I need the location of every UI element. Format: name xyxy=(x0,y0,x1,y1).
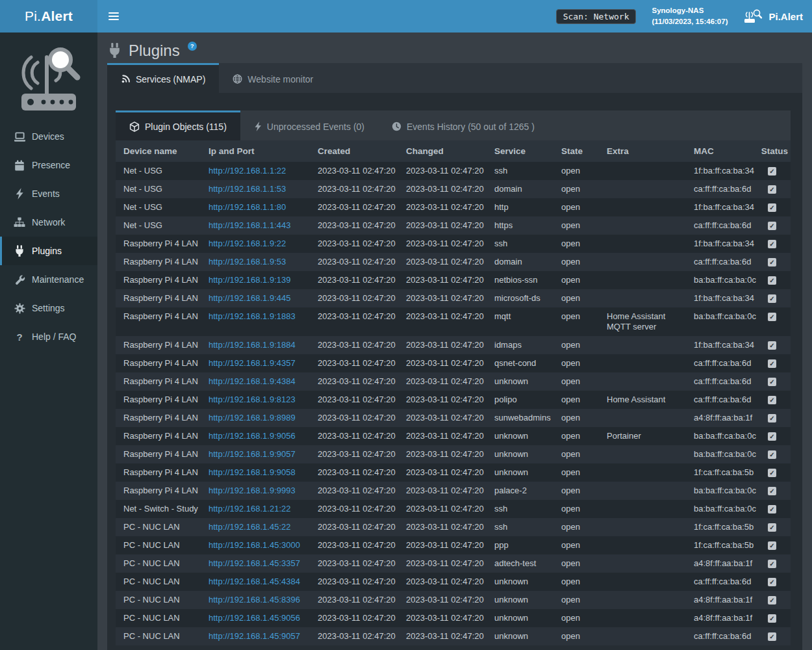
sidebar-item-devices[interactable]: Devices xyxy=(0,122,97,151)
sidebar-item-maintenance[interactable]: Maintenance xyxy=(0,265,97,294)
tab-unprocessed-events[interactable]: Unprocessed Events (0) xyxy=(240,110,378,140)
ip-port-link[interactable]: http://192.168.1.9:9056 xyxy=(209,431,296,441)
table-row[interactable]: Raspberry Pi 4 LANhttp://192.168.1.9:188… xyxy=(116,336,791,354)
table-row[interactable]: PC - NUC LANhttp://192.168.1.45:90572023… xyxy=(116,627,791,645)
cell-ip-port: http://192.168.1.45:9056 xyxy=(209,609,318,627)
table-row[interactable]: Raspberry Pi 4 LANhttp://192.168.1.9:435… xyxy=(116,354,791,372)
status-checkbox[interactable]: ✓ xyxy=(768,378,776,386)
table-row[interactable]: PC - NUC LANhttp://192.168.1.45:83962023… xyxy=(116,591,791,609)
table-row[interactable]: Raspberry Pi 4 LANhttp://192.168.1.9:812… xyxy=(116,391,791,409)
ip-port-link[interactable]: http://192.168.1.9:139 xyxy=(209,275,291,285)
ip-port-link[interactable]: http://192.168.1.9:9057 xyxy=(209,449,296,459)
sidebar-item-network[interactable]: Network xyxy=(0,208,97,237)
ip-port-link[interactable]: http://192.168.1.9:445 xyxy=(209,293,291,303)
status-checkbox[interactable]: ✓ xyxy=(768,276,776,285)
status-checkbox[interactable]: ✓ xyxy=(768,359,776,368)
table-row[interactable]: PC - NUC LANhttp://192.168.1.45:33572023… xyxy=(116,554,791,573)
table-row[interactable]: Net - USGhttp://192.168.1.1:532023-03-11… xyxy=(116,180,791,198)
ip-port-link[interactable]: http://192.168.1.45:3357 xyxy=(209,558,300,568)
status-checkbox[interactable]: ✓ xyxy=(768,505,776,514)
status-checkbox[interactable]: ✓ xyxy=(768,294,776,303)
table-row[interactable]: Raspberry Pi 4 LANhttp://192.168.1.9:438… xyxy=(116,372,791,391)
cell-mac: a4:8f:ff:aa:ba:1f xyxy=(694,591,759,609)
status-checkbox[interactable]: ✓ xyxy=(768,560,776,568)
table-row[interactable]: Raspberry Pi 4 LANhttp://192.168.1.9:532… xyxy=(116,253,791,271)
ip-port-link[interactable]: http://192.168.1.9:8989 xyxy=(209,413,296,422)
table-row[interactable]: PC - NUC LANhttp://192.168.1.45:222023-0… xyxy=(116,518,791,536)
ip-port-link[interactable]: http://192.168.1.45:4384 xyxy=(209,577,300,586)
ip-port-link[interactable]: http://192.168.1.45:9057 xyxy=(209,631,300,641)
table-row[interactable]: PC - NUC LANhttp://192.168.1.45:30002023… xyxy=(116,536,791,554)
status-checkbox[interactable]: ✓ xyxy=(768,258,776,266)
plug-icon xyxy=(13,245,26,257)
app-logo[interactable]: Pi.Alert xyxy=(0,0,97,32)
table-row[interactable]: Net - Switch - Studyhttp://192.168.1.21:… xyxy=(116,500,791,518)
table-row[interactable]: Raspberry Pi 4 LANhttp://192.168.1.9:905… xyxy=(116,445,791,463)
ip-port-link[interactable]: http://192.168.1.9:4384 xyxy=(209,376,296,386)
cell-status: ✓ xyxy=(759,591,791,609)
ip-port-link[interactable]: http://192.168.1.9:1884 xyxy=(209,340,296,350)
table-row[interactable]: Raspberry Pi 4 LANhttp://192.168.1.9:222… xyxy=(116,235,791,253)
sidebar-item-settings[interactable]: Settings xyxy=(0,294,97,322)
status-checkbox[interactable]: ✓ xyxy=(768,203,776,212)
table-row[interactable]: PC - NUC LANhttp://192.168.1.45:43842023… xyxy=(116,573,791,591)
tab-services-nmap[interactable]: Services (NMAP) xyxy=(107,63,219,93)
help-badge[interactable]: ? xyxy=(188,42,197,51)
status-checkbox[interactable]: ✓ xyxy=(768,240,776,248)
status-checkbox[interactable]: ✓ xyxy=(768,614,776,623)
navbar-brand-right[interactable]: Pi.Alert xyxy=(743,8,803,24)
table-row[interactable]: Net - USGhttp://192.168.1.1:222023-03-11… xyxy=(116,162,791,180)
ip-port-link[interactable]: http://192.168.1.1:80 xyxy=(209,202,286,212)
status-checkbox[interactable]: ✓ xyxy=(768,469,776,477)
ip-port-link[interactable]: http://192.168.1.9:9058 xyxy=(209,467,296,477)
ip-port-link[interactable]: http://192.168.1.45:9056 xyxy=(209,613,300,623)
sidebar-item-presence[interactable]: Presence xyxy=(0,151,97,179)
ip-port-link[interactable]: http://192.168.1.1:443 xyxy=(209,220,291,230)
table-row[interactable]: Raspberry Pi 4 LANhttp://192.168.1.9:905… xyxy=(116,463,791,482)
table-row[interactable]: Raspberry Pi 4 LANhttp://192.168.1.9:898… xyxy=(116,409,791,427)
ip-port-link[interactable]: http://192.168.1.1:53 xyxy=(209,184,286,194)
tab-website-monitor[interactable]: Website monitor xyxy=(219,63,327,93)
table-row[interactable]: Raspberry Pi 4 LANhttp://192.168.1.9:905… xyxy=(116,427,791,445)
ip-port-link[interactable]: http://192.168.1.9:53 xyxy=(209,257,286,266)
status-checkbox[interactable]: ✓ xyxy=(768,450,776,459)
tab-events-history[interactable]: Events History (50 out of 1265 ) xyxy=(378,110,548,140)
table-row[interactable]: Raspberry Pi 4 LANhttp://192.168.1.9:445… xyxy=(116,289,791,307)
sidebar-item-plugins[interactable]: Plugins xyxy=(0,237,97,265)
table-row[interactable]: Raspberry Pi 4 LANhttp://192.168.1.9:188… xyxy=(116,307,791,336)
status-checkbox[interactable]: ✓ xyxy=(768,596,776,604)
table-row[interactable]: PC - NUC LANhttp://192.168.1.45:90562023… xyxy=(116,609,791,627)
status-checkbox[interactable]: ✓ xyxy=(768,396,776,404)
tab-plugin-objects[interactable]: Plugin Objects (115) xyxy=(116,110,240,140)
sidebar-item-help[interactable]: ? Help / FAQ xyxy=(0,322,97,351)
table-row[interactable]: Raspberry Pi 4 LANhttp://192.168.1.9:139… xyxy=(116,271,791,289)
status-checkbox[interactable]: ✓ xyxy=(768,414,776,422)
status-checkbox[interactable]: ✓ xyxy=(768,167,776,176)
ip-port-link[interactable]: http://192.168.1.9:22 xyxy=(209,239,286,248)
table-row[interactable]: Net - USGhttp://192.168.1.1:4432023-03-1… xyxy=(116,216,791,235)
ip-port-link[interactable]: http://192.168.1.9:9993 xyxy=(209,486,296,495)
ip-port-link[interactable]: http://192.168.1.21:22 xyxy=(209,504,291,514)
status-checkbox[interactable]: ✓ xyxy=(768,487,776,495)
status-checkbox[interactable]: ✓ xyxy=(768,523,776,532)
status-checkbox[interactable]: ✓ xyxy=(768,541,776,550)
ip-port-link[interactable]: http://192.168.1.45:3000 xyxy=(209,540,300,550)
ip-port-link[interactable]: http://192.168.1.9:1883 xyxy=(209,311,296,321)
ip-port-link[interactable]: http://192.168.1.9:8123 xyxy=(209,395,296,404)
status-checkbox[interactable]: ✓ xyxy=(768,222,776,230)
menu-toggle-button[interactable] xyxy=(97,0,130,32)
sidebar-item-events[interactable]: Events xyxy=(0,179,97,208)
status-checkbox[interactable]: ✓ xyxy=(768,632,776,641)
status-checkbox[interactable]: ✓ xyxy=(768,313,776,321)
ip-port-link[interactable]: http://192.168.1.45:8396 xyxy=(209,595,300,604)
table-row[interactable]: Raspberry Pi 4 LANhttp://192.168.1.9:999… xyxy=(116,482,791,500)
cell-state: open xyxy=(561,307,607,336)
ip-port-link[interactable]: http://192.168.1.45:22 xyxy=(209,522,291,532)
ip-port-link[interactable]: http://192.168.1.9:4357 xyxy=(209,358,296,368)
status-checkbox[interactable]: ✓ xyxy=(768,185,776,194)
ip-port-link[interactable]: http://192.168.1.1:22 xyxy=(209,166,286,176)
status-checkbox[interactable]: ✓ xyxy=(768,432,776,441)
status-checkbox[interactable]: ✓ xyxy=(768,578,776,586)
status-checkbox[interactable]: ✓ xyxy=(768,341,776,350)
table-row[interactable]: Net - USGhttp://192.168.1.1:802023-03-11… xyxy=(116,198,791,216)
